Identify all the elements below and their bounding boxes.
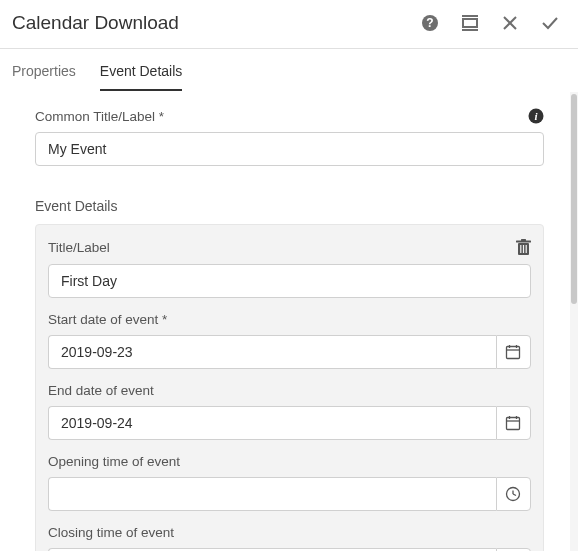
form-content: Common Title/Label * i Event Details Tit…: [0, 92, 570, 551]
event-details-section-label: Event Details: [35, 198, 544, 214]
info-icon[interactable]: i: [528, 108, 544, 124]
opening-time-label: Opening time of event: [48, 454, 531, 469]
svg-rect-14: [526, 245, 527, 253]
title-label: Title/Label: [48, 240, 516, 255]
calendar-icon[interactable]: [496, 406, 531, 440]
common-title-label-text: Common Title/Label *: [35, 109, 164, 124]
svg-rect-12: [520, 245, 521, 253]
calendar-icon[interactable]: [496, 335, 531, 369]
svg-rect-2: [463, 19, 477, 27]
start-date-label: Start date of event *: [48, 312, 531, 327]
tab-bar: Properties Event Details: [0, 49, 578, 92]
dialog-title: Calendar Download: [12, 12, 420, 34]
dialog-header: Calendar Download ?: [0, 0, 578, 49]
end-date-label: End date of event: [48, 383, 531, 398]
scrollbar[interactable]: [570, 92, 578, 551]
tab-event-details[interactable]: Event Details: [100, 63, 182, 91]
start-date-input[interactable]: [48, 335, 496, 369]
confirm-icon[interactable]: [540, 13, 560, 33]
event-details-panel: Title/Label Start date of event * End da…: [35, 224, 544, 551]
svg-rect-11: [521, 239, 526, 241]
svg-line-37: [513, 494, 516, 496]
scrollbar-thumb[interactable]: [571, 94, 577, 304]
svg-text:?: ?: [426, 16, 433, 30]
tab-properties[interactable]: Properties: [12, 63, 76, 91]
svg-rect-13: [523, 245, 524, 253]
help-icon[interactable]: ?: [420, 13, 440, 33]
svg-rect-25: [507, 418, 520, 430]
common-title-input[interactable]: [35, 132, 544, 166]
end-date-input[interactable]: [48, 406, 496, 440]
header-actions: ?: [420, 13, 560, 33]
common-title-label: Common Title/Label * i: [35, 108, 544, 124]
close-icon[interactable]: [500, 13, 520, 33]
svg-rect-15: [507, 347, 520, 359]
fullscreen-icon[interactable]: [460, 13, 480, 33]
title-input[interactable]: [48, 264, 531, 298]
clock-icon[interactable]: [496, 477, 531, 511]
delete-icon[interactable]: [516, 239, 531, 256]
closing-time-label: Closing time of event: [48, 525, 531, 540]
opening-time-input[interactable]: [48, 477, 496, 511]
